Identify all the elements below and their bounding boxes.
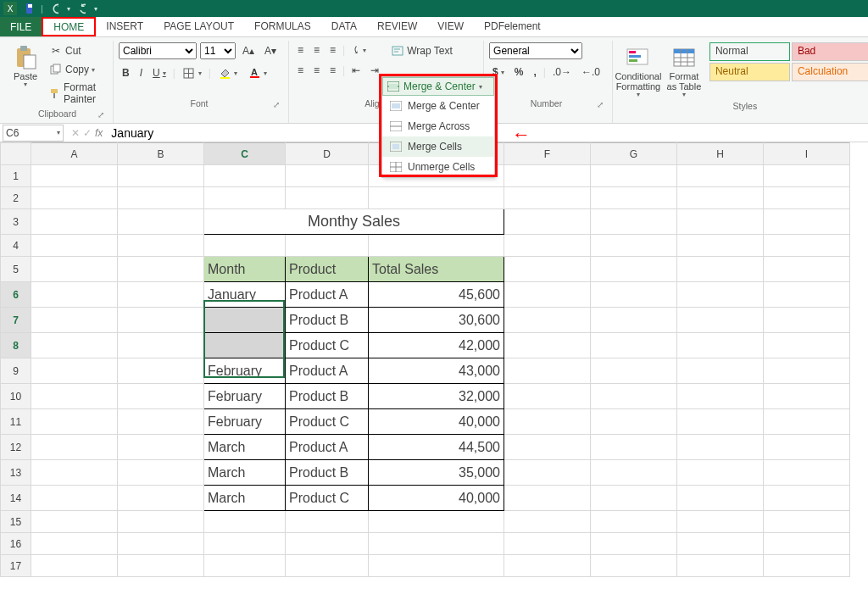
style-normal[interactable]: Normal: [709, 42, 790, 61]
format-as-table-button[interactable]: Format as Table▾: [664, 42, 704, 99]
undo-button[interactable]: [48, 2, 62, 15]
row-header[interactable]: 3: [1, 209, 31, 235]
row-header[interactable]: 9: [1, 358, 31, 384]
row-header[interactable]: 1: [1, 165, 31, 187]
cell[interactable]: 40,000: [369, 409, 504, 435]
comma-format-button[interactable]: ,: [530, 64, 539, 80]
cell[interactable]: 43,000: [369, 358, 504, 384]
tab-formulas[interactable]: FORMULAS: [244, 17, 321, 36]
cell[interactable]: 40,000: [369, 486, 504, 511]
font-name-select[interactable]: Calibri: [119, 42, 197, 59]
percent-format-button[interactable]: %: [511, 64, 527, 80]
style-calculation[interactable]: Calculation: [792, 63, 868, 81]
cell[interactable]: 44,500: [369, 435, 504, 460]
sheet-title-cell[interactable]: Monthy Sales: [204, 209, 504, 235]
row-header[interactable]: 4: [1, 235, 31, 257]
cell[interactable]: Product C: [286, 409, 369, 435]
cell[interactable]: 45,600: [369, 282, 504, 308]
col-header-b[interactable]: B: [118, 143, 204, 165]
redo-dropdown[interactable]: ▾: [94, 5, 97, 13]
align-middle-button[interactable]: ≡: [310, 42, 323, 58]
cell[interactable]: February: [204, 358, 286, 384]
row-header[interactable]: 13: [1, 460, 31, 486]
cell[interactable]: March: [204, 435, 286, 460]
row-header[interactable]: 6: [1, 282, 31, 308]
col-header-g[interactable]: G: [591, 143, 677, 165]
copy-button[interactable]: Copy ▾: [46, 61, 104, 78]
select-all-button[interactable]: [1, 143, 31, 165]
tab-insert[interactable]: INSERT: [96, 17, 153, 36]
cell[interactable]: Product A: [286, 435, 369, 460]
table-header[interactable]: Total Sales: [369, 257, 504, 282]
cell[interactable]: February: [204, 409, 286, 435]
merge-item-center[interactable]: Merge & Center: [382, 96, 494, 116]
merge-item-across[interactable]: Merge Across: [382, 116, 494, 136]
merge-item-unmerge[interactable]: Unmerge Cells: [382, 157, 494, 177]
undo-dropdown[interactable]: ▾: [67, 5, 70, 13]
cell[interactable]: January: [204, 282, 286, 308]
col-header-h[interactable]: H: [677, 143, 764, 165]
cell[interactable]: Product B: [286, 460, 369, 486]
tab-view[interactable]: VIEW: [427, 17, 474, 36]
cut-button[interactable]: ✂ Cut: [46, 42, 104, 59]
row-header[interactable]: 2: [1, 187, 31, 209]
col-header-c[interactable]: C: [204, 143, 286, 165]
cell[interactable]: Product A: [286, 282, 369, 308]
font-size-select[interactable]: 11: [200, 42, 236, 59]
cell[interactable]: Product B: [286, 384, 369, 409]
redo-button[interactable]: [75, 2, 89, 15]
row-header[interactable]: 12: [1, 435, 31, 460]
tab-review[interactable]: REVIEW: [367, 17, 427, 36]
cell[interactable]: March: [204, 486, 286, 511]
increase-indent-button[interactable]: ⇥: [367, 63, 382, 78]
tab-page-layout[interactable]: PAGE LAYOUT: [153, 17, 244, 36]
align-center-button[interactable]: ≡: [310, 63, 323, 78]
row-header[interactable]: 11: [1, 409, 31, 435]
row-header[interactable]: 17: [1, 555, 31, 577]
cell[interactable]: Product A: [286, 358, 369, 384]
row-header[interactable]: 8: [1, 333, 31, 358]
col-header-i[interactable]: I: [764, 143, 850, 165]
row-header[interactable]: 10: [1, 384, 31, 409]
format-painter-button[interactable]: Format Painter: [46, 80, 104, 107]
fx-icon[interactable]: fx: [95, 127, 103, 139]
dialog-launcher-icon[interactable]: ⤢: [97, 110, 104, 119]
cell[interactable]: 42,000: [369, 333, 504, 358]
cancel-formula-icon[interactable]: ✕: [71, 127, 80, 139]
italic-button[interactable]: I: [136, 65, 146, 81]
wrap-text-button[interactable]: Wrap Text: [387, 42, 456, 59]
align-top-button[interactable]: ≡: [294, 42, 307, 58]
style-neutral[interactable]: Neutral: [709, 63, 790, 81]
enter-formula-icon[interactable]: ✓: [83, 127, 92, 139]
align-bottom-button[interactable]: ≡: [326, 42, 339, 58]
cell[interactable]: [204, 308, 286, 333]
row-header[interactable]: 15: [1, 511, 31, 533]
align-left-button[interactable]: ≡: [294, 63, 307, 78]
spreadsheet-grid[interactable]: A B C D E F G H I 1 2 3 Monthy Sales 4 5…: [0, 142, 868, 577]
col-header-d[interactable]: D: [286, 143, 369, 165]
cell[interactable]: 35,000: [369, 460, 504, 486]
row-header[interactable]: 5: [1, 257, 31, 282]
paste-button[interactable]: Paste ▾: [10, 42, 41, 89]
table-header[interactable]: Product: [286, 257, 369, 282]
cell[interactable]: [204, 333, 286, 358]
style-bad[interactable]: Bad: [792, 42, 868, 61]
conditional-formatting-button[interactable]: Conditional Formatting▾: [618, 42, 659, 99]
cell[interactable]: Product B: [286, 308, 369, 333]
cell[interactable]: March: [204, 460, 286, 486]
merge-item-cells[interactable]: Merge Cells: [382, 136, 494, 157]
tab-data[interactable]: DATA: [321, 17, 367, 36]
cell[interactable]: February: [204, 384, 286, 409]
name-box[interactable]: C6 ▾: [3, 125, 64, 142]
col-header-a[interactable]: A: [31, 143, 118, 165]
dialog-launcher-icon[interactable]: ⤢: [597, 100, 604, 109]
align-right-button[interactable]: ≡: [326, 63, 339, 78]
cell[interactable]: 30,600: [369, 308, 504, 333]
bold-button[interactable]: B: [119, 65, 133, 81]
row-header[interactable]: 7: [1, 308, 31, 333]
increase-decimal-button[interactable]: .0→: [549, 64, 575, 80]
decrease-indent-button[interactable]: ⇤: [348, 63, 364, 78]
tab-file[interactable]: FILE: [0, 17, 42, 36]
table-header[interactable]: Month: [204, 257, 286, 282]
tab-pdfelement[interactable]: PDFelement: [474, 17, 551, 36]
